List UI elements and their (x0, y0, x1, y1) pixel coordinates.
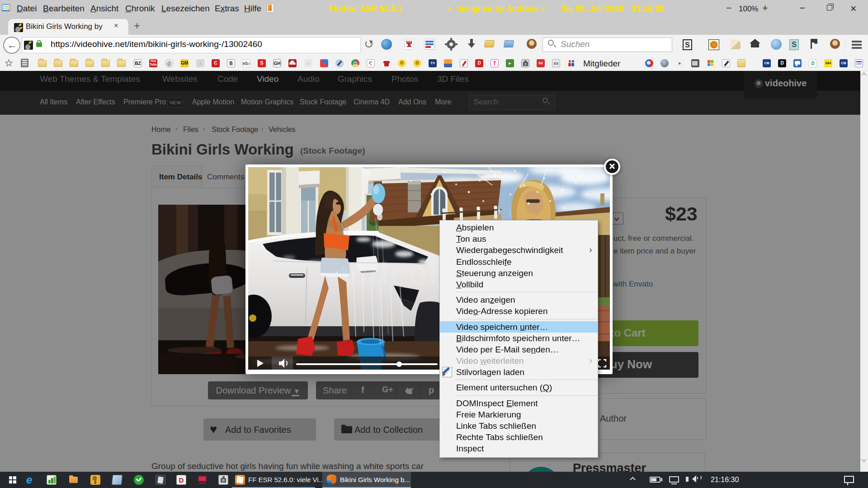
svg-text:videoh: videoh (341, 254, 448, 292)
